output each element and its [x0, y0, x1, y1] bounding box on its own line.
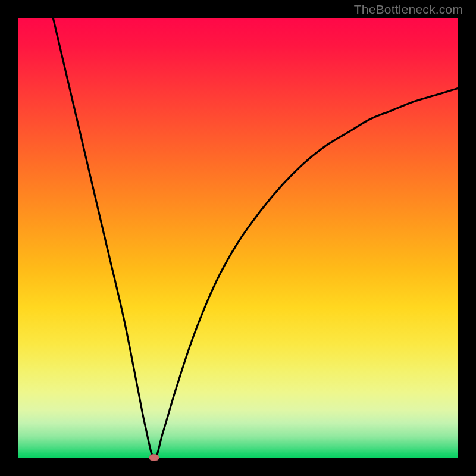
chart-frame: TheBottleneck.com [0, 0, 476, 476]
bottleneck-curve-path [53, 18, 458, 458]
watermark-text: TheBottleneck.com [354, 2, 463, 17]
curve-svg [18, 18, 458, 458]
plot-area [18, 18, 458, 458]
minimum-marker [149, 454, 159, 461]
